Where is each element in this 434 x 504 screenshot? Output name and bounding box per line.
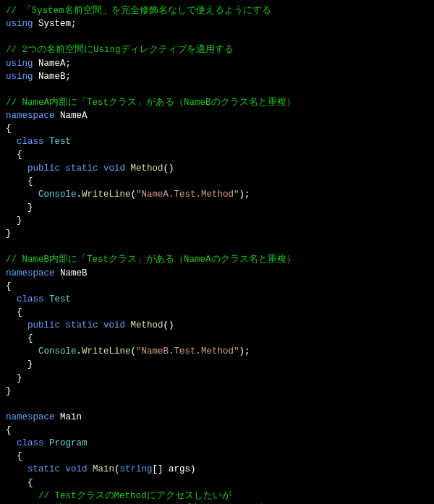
brace: } <box>6 359 33 370</box>
keyword: using <box>6 19 33 29</box>
type: Console <box>38 189 77 200</box>
method: WriteLine <box>82 189 131 200</box>
punct: ( <box>131 346 137 356</box>
keyword: namespace <box>6 412 55 422</box>
string: "NameA.Test.Method" <box>136 189 239 200</box>
comment: // NameB内部に「Testクラス」がある（NameAのクラス名と重複） <box>6 255 296 265</box>
punct: () <box>163 163 174 174</box>
keyword: class <box>6 137 44 147</box>
comment: // 2つの名前空間にUsingディレクティブを適用する <box>6 45 234 55</box>
keyword: static void <box>6 464 88 474</box>
brace: { <box>6 451 22 461</box>
method: Method <box>125 163 163 174</box>
identifier: Main <box>60 412 82 422</box>
punct: ; <box>66 72 72 82</box>
comment: // TestクラスのMethodにアクセスしたいが <box>6 491 231 501</box>
identifier: NameA <box>60 111 88 121</box>
punct: . <box>77 346 82 356</box>
identifier: System <box>38 19 71 29</box>
punct: . <box>77 189 82 200</box>
comment: // NameA内部に「Testクラス」がある（NameBのクラス名と重複） <box>6 98 296 108</box>
brace: } <box>6 373 22 383</box>
method: Method <box>125 320 163 330</box>
identifier: NameA <box>38 59 66 69</box>
type: Program <box>44 438 88 448</box>
brace: } <box>6 386 12 396</box>
punct: [] args) <box>153 464 196 474</box>
indent <box>6 189 38 200</box>
keyword: string <box>120 464 153 474</box>
punct: ; <box>71 19 77 29</box>
brace: { <box>6 478 33 488</box>
keyword: class <box>6 294 44 304</box>
keyword: using <box>6 72 33 82</box>
brace: { <box>6 176 33 187</box>
method: Main <box>88 464 115 474</box>
punct: () <box>163 320 174 330</box>
brace: { <box>6 281 12 291</box>
punct: ); <box>239 346 250 356</box>
brace: { <box>6 307 22 317</box>
brace: } <box>6 202 33 213</box>
method: WriteLine <box>82 346 131 356</box>
keyword: namespace <box>6 111 55 121</box>
brace: { <box>6 333 33 343</box>
punct: ( <box>131 189 137 200</box>
brace: { <box>6 425 12 435</box>
keyword: class <box>6 438 44 448</box>
brace: } <box>6 215 22 226</box>
keyword: namespace <box>6 268 55 278</box>
punct: ( <box>114 464 120 474</box>
punct: ; <box>66 59 72 69</box>
string: "NameB.Test.Method" <box>136 346 239 356</box>
type: Console <box>38 346 77 356</box>
punct: ); <box>239 189 250 200</box>
identifier: NameB <box>60 268 88 278</box>
keyword: using <box>6 59 33 69</box>
comment: // 「System名前空間」を完全修飾名なしで使えるようにする <box>6 6 271 16</box>
keyword: public static void <box>6 163 125 174</box>
type: Test <box>44 294 72 304</box>
keyword: public static void <box>6 320 125 330</box>
brace: } <box>6 228 12 239</box>
brace: { <box>6 150 22 160</box>
indent <box>6 346 38 356</box>
identifier: NameB <box>38 72 66 82</box>
brace: { <box>6 124 12 134</box>
type: Test <box>44 137 72 147</box>
code-block: // 「System名前空間」を完全修飾名なしで使えるようにする using S… <box>0 0 434 504</box>
